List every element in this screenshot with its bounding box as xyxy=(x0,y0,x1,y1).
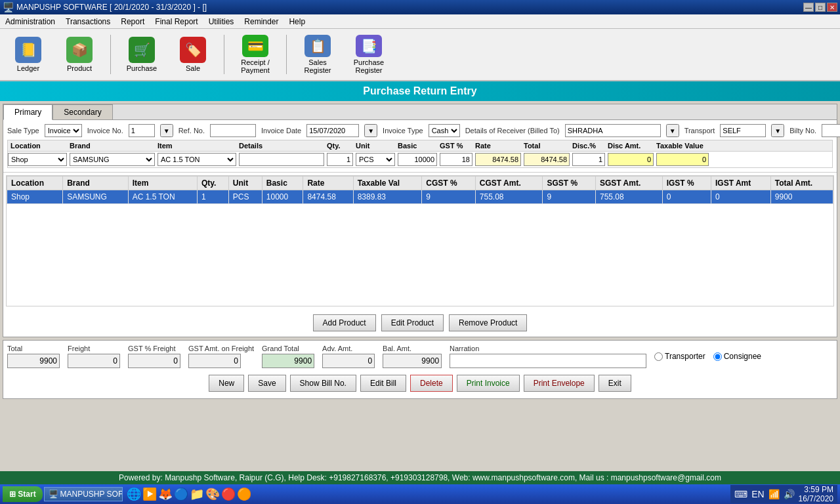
taskbar-icon-media[interactable]: ▶️ xyxy=(142,487,157,501)
bal-amt-value[interactable] xyxy=(383,354,442,368)
toolbar-purchase[interactable]: 🛒 Purchase xyxy=(119,32,165,77)
entry-disc-pct-input[interactable] xyxy=(572,153,605,166)
invoice-no-input[interactable] xyxy=(129,124,155,137)
menu-help[interactable]: Help xyxy=(284,16,310,28)
bottom-section: Total Freight GST % Freight GST Amt. on … xyxy=(3,340,837,399)
details-input[interactable] xyxy=(565,124,661,137)
adv-amt-value[interactable] xyxy=(322,354,375,368)
entry-qty-input[interactable] xyxy=(327,153,353,166)
entry-brand-select[interactable]: SAMSUNG xyxy=(70,153,155,166)
edit-product-button[interactable]: Edit Product xyxy=(381,314,444,331)
tab-primary[interactable]: Primary xyxy=(3,104,52,120)
col-header-taxable: Taxable Value xyxy=(656,142,709,150)
entry-unit-select[interactable]: PCS xyxy=(356,153,395,166)
taskbar-icon-firefox[interactable]: 🦊 xyxy=(158,487,173,501)
taskbar-icon-browser[interactable]: 🌐 xyxy=(127,487,141,501)
toolbar-sale[interactable]: 🏷️ Sale xyxy=(170,32,216,77)
show-bill-no-button[interactable]: Show Bill No. xyxy=(290,375,356,392)
adv-amt-field: Adv. Amt. xyxy=(322,345,375,368)
th-sgst-amt: SGST Amt. xyxy=(596,177,663,190)
gst-pct-freight-value[interactable] xyxy=(128,354,180,368)
radio-transporter[interactable]: Transporter xyxy=(654,352,705,361)
transport-input[interactable] xyxy=(720,124,766,137)
exit-button[interactable]: Exit xyxy=(598,375,631,392)
taskbar-app-manpushp[interactable]: 🖥️ MANPUSHP SOFTW... xyxy=(44,487,123,501)
toolbar-sales-register[interactable]: 📋 Sales Register xyxy=(295,32,341,77)
remove-product-button[interactable]: Remove Product xyxy=(449,314,527,331)
radio-transporter-input[interactable] xyxy=(654,352,663,361)
freight-value[interactable] xyxy=(68,354,120,368)
entry-item-select[interactable]: AC 1.5 TON xyxy=(158,153,236,166)
maximize-button[interactable]: □ xyxy=(815,3,826,12)
th-basic: Basic xyxy=(262,177,303,190)
sale-icon: 🏷️ xyxy=(180,37,206,63)
taskbar-icon-paint[interactable]: 🎨 xyxy=(205,487,220,501)
minimize-button[interactable]: — xyxy=(803,3,814,12)
menu-transactions[interactable]: Transactions xyxy=(60,16,116,28)
print-envelope-button[interactable]: Print Envelope xyxy=(524,375,595,392)
taskbar-icon-folder[interactable]: 📁 xyxy=(190,487,204,501)
new-button[interactable]: New xyxy=(209,375,244,392)
menu-administration[interactable]: Administration xyxy=(0,16,60,28)
start-button[interactable]: ⊞ Start xyxy=(3,486,43,502)
col-header-disc-pct: Disc.% xyxy=(572,142,605,150)
col-header-details: Details xyxy=(239,142,324,150)
toolbar-product[interactable]: 📦 Product xyxy=(56,32,102,77)
invoice-type-select[interactable]: Cash xyxy=(429,124,460,137)
entry-details-input[interactable] xyxy=(239,153,324,166)
entry-gst-pct-input[interactable] xyxy=(440,153,472,166)
invoice-date-label: Invoice Date xyxy=(261,127,301,135)
taskbar-icon-app1[interactable]: 🔴 xyxy=(221,487,236,501)
menu-final-report[interactable]: Final Report xyxy=(150,16,203,28)
save-button[interactable]: Save xyxy=(248,375,285,392)
total-value[interactable] xyxy=(7,354,60,368)
toolbar-ledger[interactable]: 📒 Ledger xyxy=(5,32,51,77)
entry-total-input[interactable] xyxy=(524,153,570,166)
radio-consignee[interactable]: Consignee xyxy=(713,352,761,361)
gst-amt-freight-value[interactable] xyxy=(188,354,241,368)
bilty-no-input[interactable] xyxy=(822,124,840,137)
delete-button[interactable]: Delete xyxy=(410,375,453,392)
invoice-no-label: Invoice No. xyxy=(87,127,123,135)
menu-report[interactable]: Report xyxy=(116,16,150,28)
form-section: Sale Type Invoice Invoice No. ▼ Ref. No.… xyxy=(3,120,837,173)
add-product-button[interactable]: Add Product xyxy=(313,314,376,331)
menu-utilities[interactable]: Utilities xyxy=(203,16,240,28)
sale-type-label: Sale Type xyxy=(7,127,39,135)
narration-input[interactable] xyxy=(450,354,646,368)
purchase-icon: 🛒 xyxy=(129,37,155,63)
entry-basic-input[interactable] xyxy=(398,153,437,166)
invoice-no-dropdown[interactable]: ▼ xyxy=(160,124,173,137)
close-button[interactable]: ✕ xyxy=(827,3,837,12)
gst-amt-freight-field: GST Amt. on Freight xyxy=(188,345,254,368)
invoice-date-dropdown[interactable]: ▼ xyxy=(364,124,377,137)
tab-secondary[interactable]: Secondary xyxy=(52,104,112,119)
details-dropdown[interactable]: ▼ xyxy=(666,124,679,137)
table-row[interactable]: ShopSAMSUNGAC 1.5 TON1PCS100008474.58838… xyxy=(7,190,833,204)
ref-no-input[interactable] xyxy=(210,124,256,137)
menu-bar: Administration Transactions Report Final… xyxy=(0,14,840,29)
invoice-date-input[interactable] xyxy=(306,124,359,137)
taskbar-volume-icon: 🔊 xyxy=(784,489,795,499)
menu-reminder[interactable]: Reminder xyxy=(239,16,284,28)
totals-row: Total Freight GST % Freight GST Amt. on … xyxy=(7,345,833,368)
col-header-disc-amt: Disc Amt. xyxy=(608,142,654,150)
taskbar-icon-chrome[interactable]: 🔵 xyxy=(174,487,188,501)
toolbar-purchase-register[interactable]: 📑 Purchase Register xyxy=(346,32,392,77)
transport-dropdown[interactable]: ▼ xyxy=(771,124,784,137)
entry-taxable-input[interactable] xyxy=(656,153,709,166)
grand-total-value[interactable] xyxy=(262,354,314,368)
entry-location-select[interactable]: Shop xyxy=(8,153,67,166)
tab-bar: Primary Secondary xyxy=(3,104,837,120)
entry-rate-input[interactable] xyxy=(475,153,521,166)
taskbar: ⊞ Start 🖥️ MANPUSHP SOFTW... 🌐 ▶️ 🦊 🔵 📁 … xyxy=(0,484,840,504)
edit-bill-button[interactable]: Edit Bill xyxy=(360,375,406,392)
print-invoice-button[interactable]: Print Invoice xyxy=(457,375,520,392)
taskbar-icon-app2[interactable]: 🟠 xyxy=(237,487,251,501)
radio-consignee-input[interactable] xyxy=(713,352,722,361)
th-igst-pct: IGST % xyxy=(662,177,711,190)
entry-disc-amt-input[interactable] xyxy=(608,153,654,166)
th-total-amt: Total Amt. xyxy=(770,177,833,190)
sale-type-select[interactable]: Invoice xyxy=(45,124,82,137)
toolbar-receipt-payment[interactable]: 💳 Receipt / Payment xyxy=(232,32,278,77)
